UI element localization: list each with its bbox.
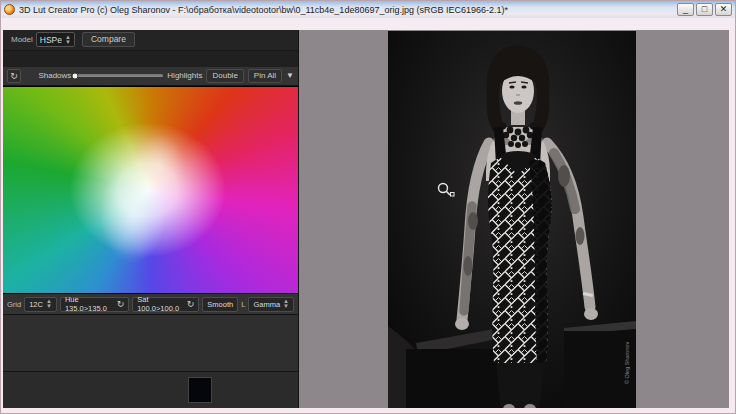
spinner-icon[interactable]: ▲▼ bbox=[283, 299, 289, 309]
tab-bar bbox=[3, 51, 298, 67]
spinner-icon[interactable]: ▲▼ bbox=[65, 35, 71, 45]
grid-size-value: 12C bbox=[29, 300, 43, 309]
slider-panel bbox=[3, 314, 298, 371]
hue-range-value: Hue 135.0>135.0 bbox=[65, 295, 114, 313]
spinner-icon[interactable]: ▲▼ bbox=[46, 299, 52, 309]
slider-column-right bbox=[151, 315, 299, 371]
photo-preview: © Oleg Sharonov bbox=[388, 31, 636, 408]
lut-buttons bbox=[7, 375, 183, 405]
sat-range-value: Sat 100.0>100.0 bbox=[137, 295, 184, 313]
l-label: L bbox=[241, 300, 245, 309]
sat-range-control[interactable]: Sat 100.0>100.0 ↻ bbox=[132, 297, 199, 312]
slider-column-left bbox=[3, 315, 151, 371]
zoom-cursor-icon bbox=[437, 182, 455, 198]
maximize-button[interactable]: □ bbox=[696, 3, 713, 16]
image-canvas[interactable]: © Oleg Sharonov bbox=[299, 30, 729, 408]
main-content: Model HSPe ▲▼ Compare ↻ Shadows Highligh… bbox=[3, 30, 729, 408]
sample-color-swatch[interactable] bbox=[188, 377, 212, 403]
reset-sat-icon[interactable]: ↻ bbox=[187, 299, 195, 309]
photo-credit: © Oleg Sharonov bbox=[624, 341, 630, 384]
app-window: 3D Lut Creator Pro (c) Oleg Sharonov - F… bbox=[0, 0, 736, 414]
titlebar[interactable]: 3D Lut Creator Pro (c) Oleg Sharonov - F… bbox=[1, 1, 735, 18]
minimize-button[interactable]: _ bbox=[677, 3, 694, 16]
window-title: 3D Lut Creator Pro (c) Oleg Sharonov - F… bbox=[19, 5, 673, 15]
bottom-bar bbox=[3, 371, 298, 408]
hue-range-control[interactable]: Hue 135.0>135.0 ↻ bbox=[60, 297, 129, 312]
pin-all-button[interactable]: Pin All bbox=[248, 69, 282, 83]
model-value: HSPe bbox=[40, 35, 62, 45]
control-panel: Model HSPe ▲▼ Compare ↻ Shadows Highligh… bbox=[3, 30, 299, 408]
model-label: Model bbox=[11, 35, 33, 44]
chevron-down-icon[interactable]: ▼ bbox=[286, 71, 294, 80]
menu-bar bbox=[1, 18, 735, 30]
app-icon bbox=[4, 4, 15, 15]
grid-label: Grid bbox=[7, 300, 21, 309]
reset-hue-icon[interactable]: ↻ bbox=[117, 299, 125, 309]
grid-size-select[interactable]: 12C ▲▼ bbox=[24, 297, 57, 312]
shadows-highlights-slider[interactable] bbox=[75, 74, 163, 77]
gamma-select[interactable]: Gamma ▲▼ bbox=[248, 297, 294, 312]
tone-row: ↻ Shadows Highlights Double Pin All ▼ bbox=[3, 67, 298, 87]
model-select[interactable]: HSPe ▲▼ bbox=[36, 32, 75, 47]
double-button[interactable]: Double bbox=[206, 69, 243, 83]
grid-mesh[interactable] bbox=[3, 87, 297, 297]
reset-icon[interactable]: ↻ bbox=[7, 69, 21, 83]
color-wheel[interactable] bbox=[3, 86, 298, 293]
highlights-label: Highlights bbox=[167, 71, 202, 80]
smooth-button[interactable]: Smooth bbox=[202, 297, 238, 312]
close-button[interactable]: ✕ bbox=[715, 3, 732, 16]
toolbar: Model HSPe ▲▼ Compare bbox=[3, 30, 298, 51]
shadows-label: Shadows bbox=[25, 71, 71, 80]
compare-button[interactable]: Compare bbox=[82, 32, 135, 47]
gamma-value: Gamma bbox=[253, 300, 280, 309]
